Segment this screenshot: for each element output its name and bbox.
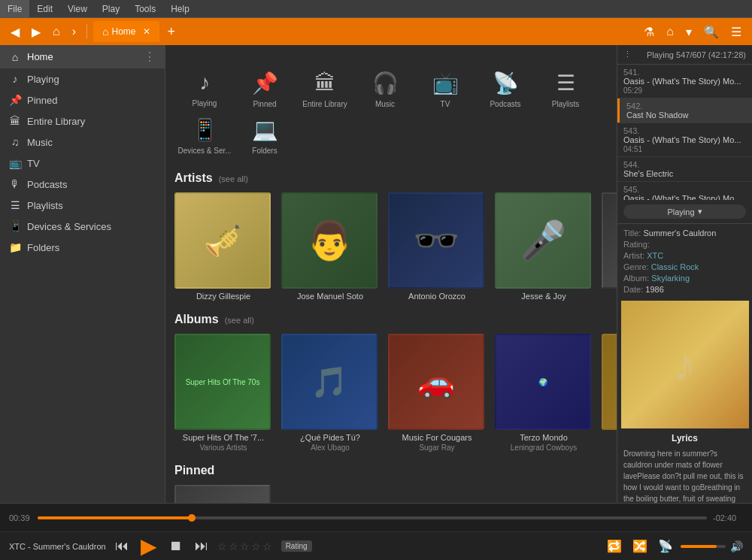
nav-pinned[interactable]: 📌 Pinned	[235, 66, 295, 113]
pinned-item-tempmusic[interactable]: 🎵 TempMusic	[174, 485, 272, 503]
menu-help[interactable]: Help	[163, 0, 197, 17]
prev-button[interactable]: ⏮	[112, 535, 132, 557]
toolbar-right: ⚗ ⌂ ▾ 🔍 ☰	[639, 22, 746, 42]
artist-link[interactable]: XTC	[647, 251, 663, 260]
nav-devices[interactable]: 📱 Devices & Ser...	[174, 113, 235, 159]
sidebar-item-tv[interactable]: 📺 TV	[0, 153, 165, 174]
home-tab[interactable]: ⌂ Home ✕	[93, 21, 159, 42]
menu-view[interactable]: View	[60, 0, 95, 17]
artist-thumb-jose: 👨	[281, 192, 378, 289]
artist-item-jesse[interactable]: 🎤 Jesse & Joy	[495, 192, 593, 301]
album-item-terzo[interactable]: 🌍 Terzo Mondo Leningrad Cowboys	[495, 334, 593, 452]
artist-thumb-antonio: 🕶️	[388, 192, 484, 289]
home-tab-close[interactable]: ✕	[143, 26, 150, 37]
album-link[interactable]: Skylarking	[651, 274, 690, 283]
home-nav-button[interactable]: ⌂	[662, 22, 678, 42]
home-button[interactable]: ⌂	[48, 22, 65, 41]
star-3[interactable]: ☆	[240, 540, 250, 552]
playlist-header-menu[interactable]: ⋮	[623, 50, 632, 59]
back-button[interactable]: ◀	[6, 22, 24, 42]
rating-button[interactable]: Rating	[281, 540, 312, 552]
sidebar-item-music[interactable]: ♫ Music	[0, 132, 165, 153]
sidebar-item-podcasts[interactable]: 🎙 Podcasts	[0, 174, 165, 195]
sidebar-label-music: Music	[27, 137, 53, 148]
add-tab-button[interactable]: +	[162, 21, 180, 43]
nav-library[interactable]: 🏛 Entire Library	[295, 66, 355, 113]
filter-button[interactable]: ⚗	[639, 22, 659, 42]
forward-button[interactable]: ▶	[27, 22, 45, 42]
artists-see-all[interactable]: (see all)	[219, 174, 248, 183]
star-4[interactable]: ☆	[251, 540, 261, 552]
stop-button[interactable]: ⏹	[166, 535, 186, 557]
menu-tools[interactable]: Tools	[127, 0, 163, 17]
more-button[interactable]: ›	[68, 22, 80, 41]
album-item-eye[interactable]: 🐯 Eye Of The Tiger Survivor	[602, 334, 617, 452]
genre-label: Genre:	[623, 262, 649, 271]
date-value: 1986	[645, 285, 663, 294]
nav-pinned-icon: 📌	[252, 71, 278, 95]
artist-item-dizzy[interactable]: 🎺 Dizzy Gillespie	[174, 192, 272, 301]
progress-bar[interactable]	[38, 516, 707, 519]
cast-button[interactable]: 📡	[655, 536, 676, 556]
artist-label: Artist:	[623, 251, 644, 260]
artist-item-antonio[interactable]: 🕶️ Antonio Orozco	[388, 192, 486, 301]
track-row-544[interactable]: 544. She's Electric	[617, 157, 752, 182]
nav-folders[interactable]: 💻 Folders	[235, 113, 295, 159]
play-button[interactable]: ▶	[138, 531, 160, 560]
menu-play[interactable]: Play	[95, 0, 127, 17]
sidebar-item-pinned[interactable]: 📌 Pinned	[0, 89, 165, 110]
devices-icon: 📱	[9, 220, 21, 232]
music-icon: ♫	[9, 136, 21, 148]
nav-tv-label: TV	[441, 100, 450, 108]
shuffle-button[interactable]: 🔀	[629, 536, 650, 556]
sidebar-item-playing[interactable]: ♪ Playing	[0, 68, 165, 89]
playing-dropdown-button[interactable]: Playing ▾	[623, 204, 746, 219]
search-button[interactable]: 🔍	[699, 22, 723, 42]
album-thumb-que: 🎵	[281, 334, 378, 430]
menu-file[interactable]: File	[0, 0, 29, 17]
album-item-que[interactable]: 🎵 ¿Qué Pides Tú? Alex Ubago	[281, 334, 379, 452]
artist-item-jose[interactable]: 👨 Jose Manuel Soto	[281, 192, 379, 301]
nav-playlists[interactable]: ☰ Playlists	[535, 66, 596, 113]
nav-dropdown[interactable]: ▾	[681, 22, 696, 42]
star-5[interactable]: ☆	[262, 540, 272, 552]
sidebar-item-folders[interactable]: 📁 Folders	[0, 237, 165, 258]
genre-link[interactable]: Classic Rock	[651, 262, 699, 271]
progress-bar-row: 00:39 -02:40	[0, 503, 752, 531]
album-item-music[interactable]: 🚗 Music For Cougars Sugar Ray	[388, 334, 486, 452]
track-row-543[interactable]: 543. Oasis - (What's The Story) Mo... 04…	[617, 123, 752, 157]
progress-fill	[38, 516, 192, 519]
nav-podcasts-icon: 📡	[493, 71, 519, 95]
menu-edit[interactable]: Edit	[29, 0, 60, 17]
nav-playing[interactable]: ♪ Playing	[174, 66, 235, 113]
menu-button[interactable]: ☰	[726, 22, 746, 42]
info-album-row: Album: Skylarking	[623, 274, 746, 283]
sidebar-more-home[interactable]: ⋮	[144, 50, 156, 64]
sidebar-item-playlists[interactable]: ☰ Playlists	[0, 195, 165, 216]
star-1[interactable]: ☆	[217, 540, 227, 552]
nav-podcasts[interactable]: 📡 Podcasts	[475, 66, 535, 113]
sidebar-label-home: Home	[27, 51, 53, 62]
track-row-545[interactable]: 545. Oasis - (What's The Story) Mo... 03…	[617, 182, 752, 200]
sidebar-item-devices[interactable]: 📱 Devices & Services	[0, 216, 165, 237]
album-name-eye: Eye Of The Tiger	[602, 433, 617, 442]
progress-handle[interactable]	[188, 514, 196, 522]
repeat-button[interactable]: 🔁	[604, 536, 625, 556]
sidebar-item-entire-library[interactable]: 🏛 Entire Library	[0, 110, 165, 132]
nav-music[interactable]: 🎧 Music	[355, 66, 415, 113]
sidebar-label-folders: Folders	[27, 242, 59, 253]
nav-library-icon: 🏛	[314, 71, 335, 95]
artist-item-iris[interactable]: 👩 Iris Zambrano	[602, 192, 617, 301]
time-remaining: -02:40	[713, 513, 743, 522]
volume-bar[interactable]	[681, 545, 726, 548]
album-item-super[interactable]: Super Hits Of The 70s Super Hits Of The …	[174, 334, 272, 452]
albums-see-all[interactable]: (see all)	[225, 316, 254, 325]
artists-grid: 🎺 Dizzy Gillespie 👨 Jose Manuel Soto 🕶️ …	[174, 192, 608, 301]
track-row-541[interactable]: 541. Oasis - (What's The Story) Mo... 05…	[617, 65, 752, 98]
artist-thumb-jesse: 🎤	[495, 192, 591, 289]
next-button[interactable]: ⏭	[192, 535, 211, 557]
star-2[interactable]: ☆	[229, 540, 238, 552]
sidebar-item-home[interactable]: ⌂ Home ⋮	[0, 45, 165, 68]
track-row-542[interactable]: 542. Cast No Shadow	[617, 98, 752, 123]
nav-tv[interactable]: 📺 TV	[415, 66, 475, 113]
